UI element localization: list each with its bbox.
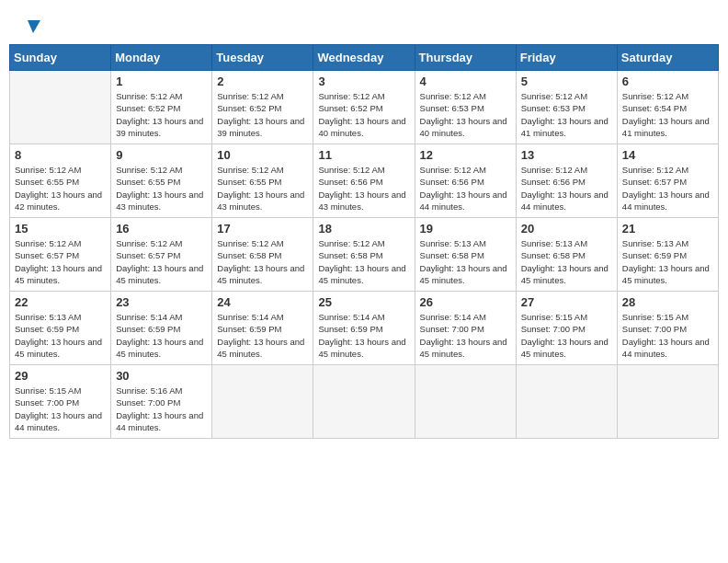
calendar-day	[617, 365, 718, 439]
day-info: Sunrise: 5:12 AM Sunset: 6:55 PM Dayligh…	[217, 164, 308, 213]
calendar-day: 19 Sunrise: 5:13 AM Sunset: 6:58 PM Dayl…	[415, 218, 516, 292]
day-info: Sunrise: 5:12 AM Sunset: 6:57 PM Dayligh…	[15, 237, 106, 286]
calendar-day: 11 Sunrise: 5:12 AM Sunset: 6:56 PM Dayl…	[313, 144, 415, 218]
day-info: Sunrise: 5:13 AM Sunset: 6:59 PM Dayligh…	[622, 237, 713, 286]
calendar-day: 1 Sunrise: 5:12 AM Sunset: 6:52 PM Dayli…	[111, 71, 212, 144]
day-info: Sunrise: 5:15 AM Sunset: 7:00 PM Dayligh…	[622, 311, 713, 360]
calendar-day: 29 Sunrise: 5:15 AM Sunset: 7:00 PM Dayl…	[10, 365, 111, 439]
calendar-day: 15 Sunrise: 5:12 AM Sunset: 6:57 PM Dayl…	[10, 218, 111, 292]
day-info: Sunrise: 5:14 AM Sunset: 6:59 PM Dayligh…	[318, 311, 409, 360]
calendar-day: 4 Sunrise: 5:12 AM Sunset: 6:53 PM Dayli…	[415, 71, 516, 144]
day-number: 22	[15, 295, 106, 309]
calendar-table: SundayMondayTuesdayWednesdayThursdayFrid…	[9, 44, 719, 439]
calendar-week-row: 8 Sunrise: 5:12 AM Sunset: 6:55 PM Dayli…	[10, 144, 719, 218]
calendar-header-row: SundayMondayTuesdayWednesdayThursdayFrid…	[10, 45, 719, 71]
day-number: 10	[217, 148, 308, 162]
day-info: Sunrise: 5:13 AM Sunset: 6:58 PM Dayligh…	[420, 237, 511, 286]
day-number: 19	[420, 222, 511, 236]
calendar-day: 24 Sunrise: 5:14 AM Sunset: 6:59 PM Dayl…	[212, 292, 313, 365]
day-number: 4	[420, 75, 511, 88]
day-info: Sunrise: 5:12 AM Sunset: 6:52 PM Dayligh…	[217, 90, 308, 139]
calendar-day: 23 Sunrise: 5:14 AM Sunset: 6:59 PM Dayl…	[111, 292, 212, 365]
day-info: Sunrise: 5:12 AM Sunset: 6:55 PM Dayligh…	[15, 164, 106, 213]
day-number: 25	[318, 295, 409, 309]
calendar-day	[10, 71, 111, 144]
day-info: Sunrise: 5:13 AM Sunset: 6:59 PM Dayligh…	[15, 311, 106, 360]
calendar-day: 2 Sunrise: 5:12 AM Sunset: 6:52 PM Dayli…	[212, 71, 313, 144]
calendar-week-row: 29 Sunrise: 5:15 AM Sunset: 7:00 PM Dayl…	[10, 365, 719, 439]
calendar-day: 25 Sunrise: 5:14 AM Sunset: 6:59 PM Dayl…	[313, 292, 415, 365]
calendar-day: 27 Sunrise: 5:15 AM Sunset: 7:00 PM Dayl…	[516, 292, 617, 365]
day-info: Sunrise: 5:12 AM Sunset: 6:56 PM Dayligh…	[318, 164, 409, 213]
calendar-week-row: 22 Sunrise: 5:13 AM Sunset: 6:59 PM Dayl…	[10, 292, 719, 365]
calendar-day: 9 Sunrise: 5:12 AM Sunset: 6:55 PM Dayli…	[111, 144, 212, 218]
day-number: 18	[318, 222, 409, 236]
calendar-day: 20 Sunrise: 5:13 AM Sunset: 6:58 PM Dayl…	[516, 218, 617, 292]
day-number: 28	[622, 295, 713, 309]
svg-marker-0	[28, 20, 40, 33]
day-info: Sunrise: 5:12 AM Sunset: 6:57 PM Dayligh…	[116, 237, 207, 286]
day-number: 6	[622, 75, 713, 88]
page-header	[9, 9, 719, 40]
calendar-day: 21 Sunrise: 5:13 AM Sunset: 6:59 PM Dayl…	[617, 218, 718, 292]
day-info: Sunrise: 5:15 AM Sunset: 7:00 PM Dayligh…	[521, 311, 612, 360]
day-number: 9	[116, 148, 207, 162]
weekday-header-tuesday: Tuesday	[212, 45, 313, 71]
calendar-day: 6 Sunrise: 5:12 AM Sunset: 6:54 PM Dayli…	[617, 71, 718, 144]
day-info: Sunrise: 5:12 AM Sunset: 6:54 PM Dayligh…	[622, 90, 713, 139]
logo-icon	[20, 18, 40, 35]
day-number: 27	[521, 295, 612, 309]
calendar-day: 5 Sunrise: 5:12 AM Sunset: 6:53 PM Dayli…	[516, 71, 617, 144]
calendar-day: 16 Sunrise: 5:12 AM Sunset: 6:57 PM Dayl…	[111, 218, 212, 292]
day-info: Sunrise: 5:12 AM Sunset: 6:58 PM Dayligh…	[318, 237, 409, 286]
weekday-header-saturday: Saturday	[617, 45, 718, 71]
day-number: 20	[521, 222, 612, 236]
calendar-day: 14 Sunrise: 5:12 AM Sunset: 6:57 PM Dayl…	[617, 144, 718, 218]
day-number: 12	[420, 148, 511, 162]
calendar-day	[415, 365, 516, 439]
day-number: 17	[217, 222, 308, 236]
day-number: 3	[318, 75, 409, 88]
calendar-day: 12 Sunrise: 5:12 AM Sunset: 6:56 PM Dayl…	[415, 144, 516, 218]
day-number: 14	[622, 148, 713, 162]
weekday-header-friday: Friday	[516, 45, 617, 71]
day-number: 21	[622, 222, 713, 236]
logo	[18, 18, 42, 35]
day-info: Sunrise: 5:13 AM Sunset: 6:58 PM Dayligh…	[521, 237, 612, 286]
day-number: 2	[217, 75, 308, 88]
day-info: Sunrise: 5:12 AM Sunset: 6:52 PM Dayligh…	[318, 90, 409, 139]
day-info: Sunrise: 5:12 AM Sunset: 6:55 PM Dayligh…	[116, 164, 207, 213]
calendar-day: 8 Sunrise: 5:12 AM Sunset: 6:55 PM Dayli…	[10, 144, 111, 218]
weekday-header-thursday: Thursday	[415, 45, 516, 71]
day-info: Sunrise: 5:12 AM Sunset: 6:53 PM Dayligh…	[420, 90, 511, 139]
calendar-day: 3 Sunrise: 5:12 AM Sunset: 6:52 PM Dayli…	[313, 71, 415, 144]
day-number: 26	[420, 295, 511, 309]
day-number: 1	[116, 75, 207, 88]
day-info: Sunrise: 5:16 AM Sunset: 7:00 PM Dayligh…	[116, 385, 207, 433]
calendar-day: 22 Sunrise: 5:13 AM Sunset: 6:59 PM Dayl…	[10, 292, 111, 365]
day-number: 29	[15, 369, 106, 383]
calendar-day	[313, 365, 415, 439]
day-info: Sunrise: 5:12 AM Sunset: 6:58 PM Dayligh…	[217, 237, 308, 286]
day-info: Sunrise: 5:14 AM Sunset: 6:59 PM Dayligh…	[116, 311, 207, 360]
day-number: 24	[217, 295, 308, 309]
calendar-week-row: 1 Sunrise: 5:12 AM Sunset: 6:52 PM Dayli…	[10, 71, 719, 144]
day-info: Sunrise: 5:12 AM Sunset: 6:53 PM Dayligh…	[521, 90, 612, 139]
calendar-day: 28 Sunrise: 5:15 AM Sunset: 7:00 PM Dayl…	[617, 292, 718, 365]
day-number: 5	[521, 75, 612, 88]
day-number: 16	[116, 222, 207, 236]
weekday-header-monday: Monday	[111, 45, 212, 71]
day-info: Sunrise: 5:14 AM Sunset: 6:59 PM Dayligh…	[217, 311, 308, 360]
day-number: 30	[116, 369, 207, 383]
day-info: Sunrise: 5:14 AM Sunset: 7:00 PM Dayligh…	[420, 311, 511, 360]
day-number: 13	[521, 148, 612, 162]
day-info: Sunrise: 5:12 AM Sunset: 6:57 PM Dayligh…	[622, 164, 713, 213]
calendar-day: 13 Sunrise: 5:12 AM Sunset: 6:56 PM Dayl…	[516, 144, 617, 218]
weekday-header-wednesday: Wednesday	[313, 45, 415, 71]
calendar-day: 10 Sunrise: 5:12 AM Sunset: 6:55 PM Dayl…	[212, 144, 313, 218]
day-info: Sunrise: 5:12 AM Sunset: 6:52 PM Dayligh…	[116, 90, 207, 139]
day-info: Sunrise: 5:15 AM Sunset: 7:00 PM Dayligh…	[15, 385, 106, 433]
calendar-week-row: 15 Sunrise: 5:12 AM Sunset: 6:57 PM Dayl…	[10, 218, 719, 292]
calendar-day: 18 Sunrise: 5:12 AM Sunset: 6:58 PM Dayl…	[313, 218, 415, 292]
day-number: 23	[116, 295, 207, 309]
